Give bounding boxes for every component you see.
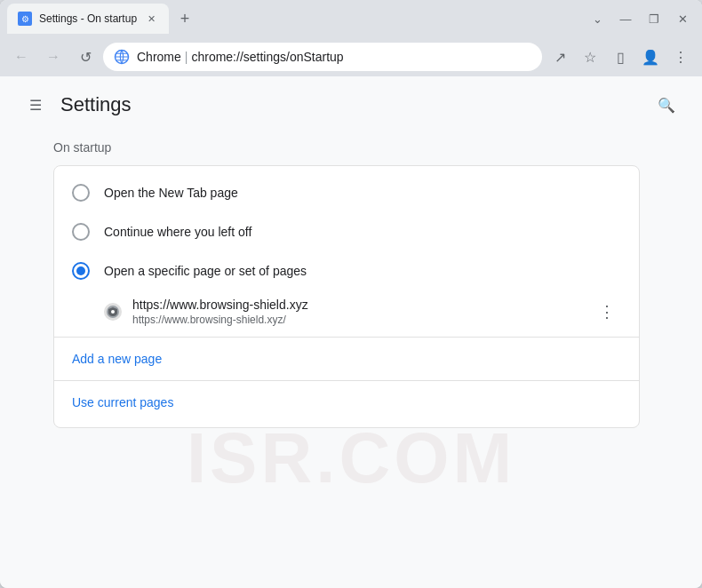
browser-window: ⚙ Settings - On startup ✕ + ⌄ — ❐ ✕ ← → … bbox=[0, 0, 702, 588]
site-info-icon[interactable] bbox=[114, 49, 130, 65]
settings-header: ☰ Settings 🔍 bbox=[0, 76, 702, 126]
option-specific-label: Open a specific page or set of pages bbox=[104, 264, 307, 278]
addressbar: ← → ↺ Chrome | chrome://settings/onStart… bbox=[0, 37, 702, 76]
sidebar-icon[interactable]: ▯ bbox=[606, 43, 634, 71]
option-specific[interactable]: Open a specific page or set of pages bbox=[54, 251, 639, 290]
page-more-button[interactable]: ⋮ bbox=[593, 298, 621, 326]
page-info: https://www.browsing-shield.xyz https://… bbox=[132, 298, 582, 326]
restore-button[interactable]: ❐ bbox=[642, 6, 666, 31]
settings-header-left: ☰ Settings bbox=[21, 91, 132, 119]
use-current-pages-option[interactable]: Use current pages bbox=[54, 385, 639, 420]
option-new-tab[interactable]: Open the New Tab page bbox=[54, 173, 639, 212]
minimize-button[interactable]: — bbox=[613, 6, 638, 31]
more-icon[interactable]: ⋮ bbox=[666, 43, 695, 71]
tab-bar: ⚙ Settings - On startup ✕ + bbox=[7, 0, 585, 37]
tab-close-button[interactable]: ✕ bbox=[144, 12, 158, 26]
settings-body: On startup Open the New Tab page Continu… bbox=[0, 126, 702, 449]
add-new-page-option[interactable]: Add a new page bbox=[54, 341, 639, 377]
page-favicon-inner bbox=[107, 306, 119, 318]
page-favicon bbox=[104, 303, 122, 321]
titlebar: ⚙ Settings - On startup ✕ + ⌄ — ❐ ✕ bbox=[0, 0, 702, 37]
page-entry: https://www.browsing-shield.xyz https://… bbox=[86, 290, 639, 333]
settings-page-title: Settings bbox=[60, 93, 132, 116]
add-new-page-label: Add a new page bbox=[72, 352, 162, 366]
hamburger-menu-icon[interactable]: ☰ bbox=[21, 91, 50, 119]
radio-continue[interactable] bbox=[72, 223, 90, 241]
radio-specific[interactable] bbox=[72, 262, 90, 280]
divider-2 bbox=[54, 380, 639, 381]
reload-button[interactable]: ↺ bbox=[71, 43, 100, 71]
chevron-down-icon[interactable]: ⌄ bbox=[585, 6, 610, 31]
omnibox-text: Chrome | chrome://settings/onStartup bbox=[137, 50, 344, 64]
share-icon[interactable]: ↗ bbox=[546, 43, 574, 71]
active-tab[interactable]: ⚙ Settings - On startup ✕ bbox=[7, 4, 169, 34]
toolbar-icons: ↗ ☆ ▯ 👤 ⋮ bbox=[546, 43, 695, 71]
radio-new-tab[interactable] bbox=[72, 184, 90, 202]
tab-title: Settings - On startup bbox=[39, 12, 137, 25]
window-controls: ⌄ — ❐ ✕ bbox=[585, 6, 695, 31]
divider-1 bbox=[54, 337, 639, 338]
omnibox-brand: Chrome bbox=[137, 50, 181, 64]
option-continue-label: Continue where you left off bbox=[104, 225, 251, 239]
omnibox-separator: | bbox=[185, 50, 188, 64]
page-content: ☰ Settings 🔍 On startup Open the New Tab… bbox=[0, 76, 702, 588]
omnibox[interactable]: Chrome | chrome://settings/onStartup bbox=[103, 43, 542, 71]
use-current-pages-label: Use current pages bbox=[72, 395, 173, 409]
option-new-tab-label: Open the New Tab page bbox=[104, 186, 238, 200]
new-tab-button[interactable]: + bbox=[172, 6, 197, 31]
section-title: On startup bbox=[53, 140, 681, 155]
page-url-main: https://www.browsing-shield.xyz bbox=[132, 298, 582, 312]
close-button[interactable]: ✕ bbox=[670, 6, 695, 31]
forward-button[interactable]: → bbox=[39, 43, 68, 71]
option-continue[interactable]: Continue where you left off bbox=[54, 212, 639, 251]
page-url-sub: https://www.browsing-shield.xyz/ bbox=[132, 314, 582, 326]
settings-search-icon[interactable]: 🔍 bbox=[652, 91, 681, 119]
svg-point-1 bbox=[111, 310, 115, 314]
startup-options-card: Open the New Tab page Continue where you… bbox=[53, 165, 640, 428]
omnibox-url: chrome://settings/onStartup bbox=[191, 50, 343, 64]
tab-favicon: ⚙ bbox=[18, 12, 32, 26]
profile-icon[interactable]: 👤 bbox=[636, 43, 665, 71]
back-button[interactable]: ← bbox=[7, 43, 36, 71]
bookmark-icon[interactable]: ☆ bbox=[576, 43, 604, 71]
